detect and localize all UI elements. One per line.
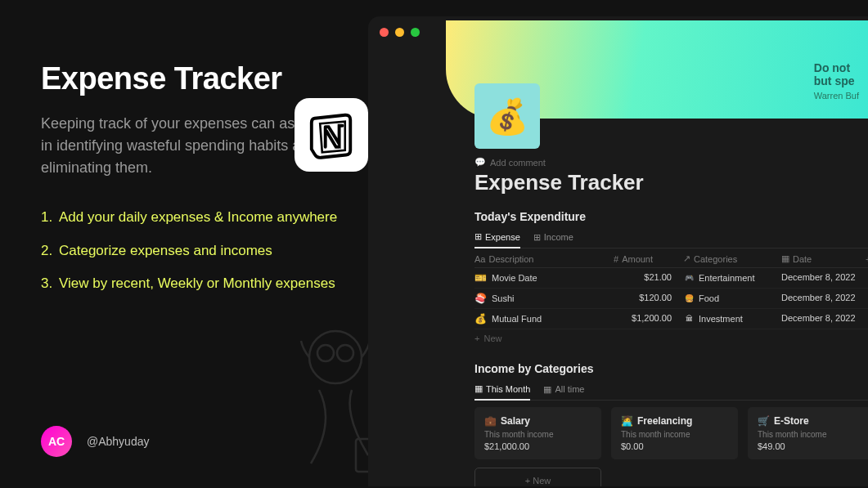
category-icon: 🏛 [683, 313, 695, 325]
gallery-icon: ▦ [474, 383, 483, 394]
category-icon: 🎮 [683, 272, 695, 284]
row-emoji-icon: 💰 [474, 313, 487, 325]
cell-date: December 8, 2022 [781, 272, 868, 284]
income-cards: 💼Salary This month income $21,000.00 🧑‍💻… [474, 407, 868, 459]
cell-category: Entertainment [699, 273, 754, 283]
svg-point-1 [317, 345, 334, 361]
card-subtitle: This month income [621, 430, 728, 439]
col-description[interactable]: AaDescription [474, 253, 614, 264]
text-icon: Aa [474, 254, 485, 264]
quote-line: but spe [814, 74, 859, 87]
table-icon: ⊞ [533, 232, 541, 243]
col-categories[interactable]: ↗Categories [683, 253, 781, 264]
card-title-text: E-Store [774, 415, 809, 427]
card-value: $49.00 [758, 441, 865, 451]
category-icon: 🍔 [683, 293, 695, 304]
avatar: AC [41, 426, 72, 457]
add-comment-label: Add comment [490, 158, 546, 168]
author-row: AC @Abhyuday [41, 426, 149, 457]
window-controls [380, 28, 420, 37]
app-window: Do not but spe Warren Buf 💰 💬 Add commen… [368, 16, 868, 486]
table-row[interactable]: 🎫Movie Date $21.00 🎮Entertainment Decemb… [474, 268, 868, 289]
card-emoji-icon: 🛒 [758, 415, 770, 427]
feature-item: Categorize expenses and incomes [41, 241, 352, 262]
calendar-icon: ▦ [781, 253, 789, 264]
number-icon: # [614, 254, 618, 264]
quote-line: Do not [814, 61, 859, 74]
col-amount[interactable]: #Amount [614, 253, 683, 264]
minimize-icon[interactable] [395, 28, 404, 37]
card-subtitle: This month income [758, 430, 865, 439]
avatar-initials: AC [48, 435, 65, 448]
page-icon[interactable]: 💰 [474, 83, 540, 149]
card-title-text: Freelancing [637, 415, 692, 427]
col-date[interactable]: ▦Date [781, 253, 866, 264]
cell-description: Movie Date [492, 273, 537, 283]
quote-attribution: Warren Buf [814, 91, 859, 101]
product-title: Expense Tracker [41, 61, 352, 96]
section-title-income: Income by Categories [474, 362, 868, 375]
card-subtitle: This month income [484, 430, 591, 439]
new-card-button[interactable]: + New [474, 468, 601, 486]
tab-expense[interactable]: ⊞Expense [474, 228, 520, 248]
period-tabs: ▦This Month ▦All time [474, 380, 868, 401]
new-row-button[interactable]: +New [474, 329, 868, 347]
plus-icon: + [474, 334, 479, 343]
table-icon: ⊞ [474, 231, 482, 242]
row-emoji-icon: 🍣 [474, 293, 487, 304]
plus-icon: + [525, 476, 533, 486]
feature-item: Add your daily expenses & Income anywher… [41, 208, 352, 228]
cell-description: Mutual Fund [492, 314, 542, 324]
cell-category: Investment [699, 314, 743, 324]
row-emoji-icon: 🎫 [474, 272, 487, 284]
card-title-text: Salary [501, 415, 530, 427]
table-row[interactable]: 🍣Sushi $120.00 🍔Food December 8, 2022 [474, 289, 868, 309]
close-icon[interactable] [380, 28, 389, 37]
tab-income[interactable]: ⊞Income [533, 228, 573, 248]
relation-icon: ↗ [683, 253, 690, 264]
cell-amount: $120.00 [614, 293, 683, 304]
expense-table: AaDescription #Amount ↗Categories ▦Date … [474, 250, 868, 347]
expense-income-tabs: ⊞Expense ⊞Income [474, 228, 868, 248]
svg-point-2 [337, 345, 353, 361]
income-card[interactable]: 💼Salary This month income $21,000.00 [474, 407, 601, 459]
gallery-icon: ▦ [543, 384, 551, 395]
income-card[interactable]: 🧑‍💻Freelancing This month income $0.00 [611, 407, 738, 459]
comment-icon: 💬 [474, 157, 486, 168]
feature-list: Add your daily expenses & Income anywher… [41, 208, 352, 294]
table-row[interactable]: 💰Mutual Fund $1,200.00 🏛Investment Decem… [474, 309, 868, 329]
notion-logo-icon [295, 98, 368, 172]
cell-amount: $21.00 [614, 272, 683, 284]
cell-category: Food [699, 293, 719, 303]
section-title-todays: Today's Expenditure [474, 210, 868, 223]
feature-item: View by recent, Weekly or Monthly expens… [41, 274, 352, 294]
cover-quote: Do not but spe Warren Buf [814, 61, 859, 101]
tab-this-month[interactable]: ▦This Month [474, 380, 530, 401]
card-value: $0.00 [621, 441, 728, 451]
card-value: $21,000.00 [484, 441, 591, 451]
page-title: Expense Tracker [474, 170, 868, 195]
author-handle: @Abhyuday [87, 435, 149, 448]
card-emoji-icon: 🧑‍💻 [621, 415, 633, 427]
cell-date: December 8, 2022 [781, 313, 868, 325]
cell-description: Sushi [492, 293, 515, 303]
cell-date: December 8, 2022 [781, 293, 868, 304]
cell-amount: $1,200.00 [614, 313, 683, 325]
maximize-icon[interactable] [411, 28, 420, 37]
income-card[interactable]: 🛒E-Store This month income $49.00 [748, 407, 868, 459]
card-emoji-icon: 💼 [484, 415, 497, 427]
add-comment-button[interactable]: 💬 Add comment [474, 157, 868, 168]
tab-all-time[interactable]: ▦All time [543, 380, 584, 400]
svg-point-0 [309, 331, 362, 383]
